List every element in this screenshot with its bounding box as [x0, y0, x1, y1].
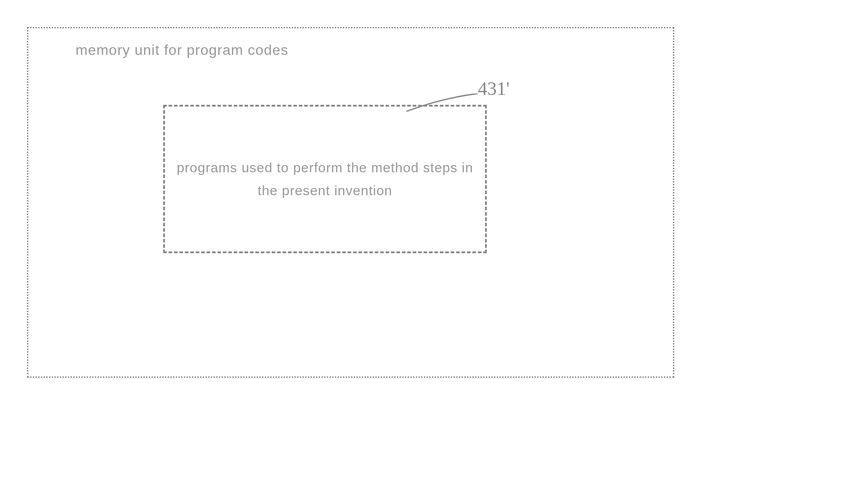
reference-number-label: 431' [478, 78, 510, 99]
memory-unit-label: memory unit for program codes [76, 42, 289, 58]
programs-text: programs used to perform the method step… [174, 156, 476, 202]
programs-box: programs used to perform the method step… [163, 105, 487, 253]
memory-unit-box: memory unit for program codes 431' progr… [27, 27, 674, 378]
